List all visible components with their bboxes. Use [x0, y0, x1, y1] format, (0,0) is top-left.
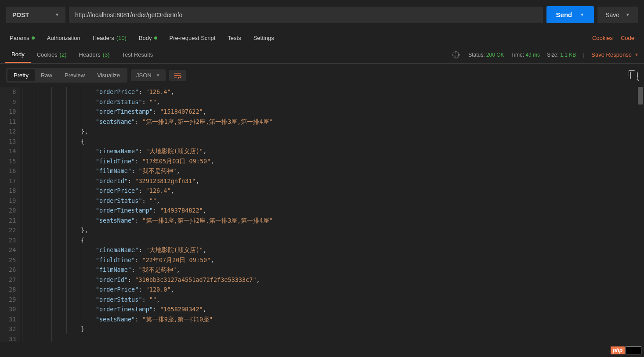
line-gutter: 8910111213141516171819202122232425262728…	[0, 87, 20, 342]
size-value: 1.1 KB	[560, 52, 576, 58]
time-value: 49 ms	[525, 52, 540, 58]
format-tab-pretty[interactable]: Pretty	[7, 69, 35, 81]
size-label: Size:	[547, 52, 559, 58]
tab-label: Pre-request Script	[170, 35, 216, 41]
send-button[interactable]: Send ▼	[546, 6, 594, 23]
method-select[interactable]: POST ▼	[6, 7, 65, 23]
time-label: Time:	[511, 52, 525, 58]
scrollbar-track[interactable]	[638, 87, 643, 342]
count-badge: (10)	[116, 35, 127, 41]
size-group: Size: 1.1 KB	[547, 52, 576, 58]
tab-label: Body	[11, 51, 25, 58]
chevron-down-icon: ▼	[55, 12, 59, 17]
response-body-editor[interactable]: 8910111213141516171819202122232425262728…	[0, 87, 644, 342]
status-group: Status: 200 OK	[468, 52, 504, 58]
format-tabs: Pretty Raw Preview Visualize	[6, 68, 127, 83]
send-label: Send	[556, 11, 572, 18]
format-tab-raw[interactable]: Raw	[35, 69, 58, 81]
save-response-button[interactable]: Save Response▼	[591, 51, 639, 58]
response-meta: Status: 200 OK Time: 49 ms Size: 1.1 KB …	[452, 51, 639, 58]
response-tabs: Body Cookies(2) Headers(3) Test Results …	[0, 46, 644, 64]
tab-tests[interactable]: Tests	[228, 35, 241, 41]
search-button[interactable]	[637, 72, 638, 79]
request-right-links: Cookies Code	[592, 35, 634, 41]
count-badge: (2)	[60, 51, 67, 58]
tab-settings[interactable]: Settings	[253, 35, 274, 41]
status-label: Status:	[468, 52, 485, 58]
response-tab-headers[interactable]: Headers(3)	[73, 47, 116, 62]
search-icon	[637, 72, 638, 79]
format-tab-preview[interactable]: Preview	[58, 69, 91, 81]
chevron-down-icon: ▼	[580, 12, 584, 17]
tab-label: Headers	[79, 51, 101, 58]
language-select[interactable]: JSON ▼	[131, 69, 166, 81]
tab-label: Authorization	[47, 35, 80, 41]
tab-label: Test Results	[122, 51, 153, 58]
tab-label: Settings	[253, 35, 274, 41]
status-value: 200 OK	[486, 52, 504, 58]
code-link[interactable]: Code	[621, 35, 634, 41]
tab-label: Headers	[93, 35, 114, 41]
response-tab-cookies[interactable]: Cookies(2)	[31, 47, 73, 62]
tab-label: Body	[139, 35, 152, 41]
save-response-label: Save Response	[591, 51, 632, 58]
watermark: php	[611, 346, 641, 354]
language-value: JSON	[136, 72, 152, 79]
request-tabs: Params Authorization Headers (10) Body P…	[0, 29, 644, 46]
tab-label: Tests	[228, 35, 241, 41]
request-top-bar: POST ▼ Send ▼ Save ▼	[0, 0, 644, 29]
chevron-down-icon: ▼	[634, 52, 639, 57]
format-right-icons	[630, 72, 638, 79]
scrollbar-thumb[interactable]	[638, 87, 643, 105]
wrap-lines-button[interactable]	[169, 70, 186, 81]
tab-body[interactable]: Body	[139, 35, 157, 41]
chevron-down-icon: ▼	[156, 73, 160, 78]
code-content: "orderPrice": "126.4", "orderStatus": ""…	[20, 87, 644, 342]
tab-prerequest[interactable]: Pre-request Script	[170, 35, 216, 41]
format-tab-visualize[interactable]: Visualize	[91, 69, 126, 81]
dot-indicator-icon	[154, 36, 157, 40]
method-value: POST	[12, 11, 29, 18]
watermark-text: php	[611, 346, 625, 354]
wrap-icon	[174, 72, 181, 79]
globe-icon[interactable]	[452, 51, 459, 58]
response-tab-test-results[interactable]: Test Results	[116, 47, 159, 62]
tab-headers[interactable]: Headers (10)	[93, 35, 127, 41]
tab-label: Cookies	[37, 51, 58, 58]
tab-params[interactable]: Params	[10, 35, 35, 41]
url-input[interactable]	[69, 7, 543, 23]
save-label: Save	[605, 11, 619, 18]
tab-authorization[interactable]: Authorization	[47, 35, 80, 41]
format-bar: Pretty Raw Preview Visualize JSON ▼	[0, 64, 644, 87]
cookies-link[interactable]: Cookies	[592, 35, 613, 41]
time-group: Time: 49 ms	[511, 52, 540, 58]
response-tab-body[interactable]: Body	[5, 47, 31, 63]
count-badge: (3)	[103, 51, 110, 58]
copy-button[interactable]	[630, 72, 631, 79]
watermark-box	[626, 346, 641, 354]
save-button[interactable]: Save ▼	[597, 7, 638, 23]
dot-indicator-icon	[32, 36, 35, 40]
chevron-down-icon: ▼	[626, 12, 630, 17]
copy-icon	[630, 72, 631, 79]
tab-label: Params	[10, 35, 29, 41]
